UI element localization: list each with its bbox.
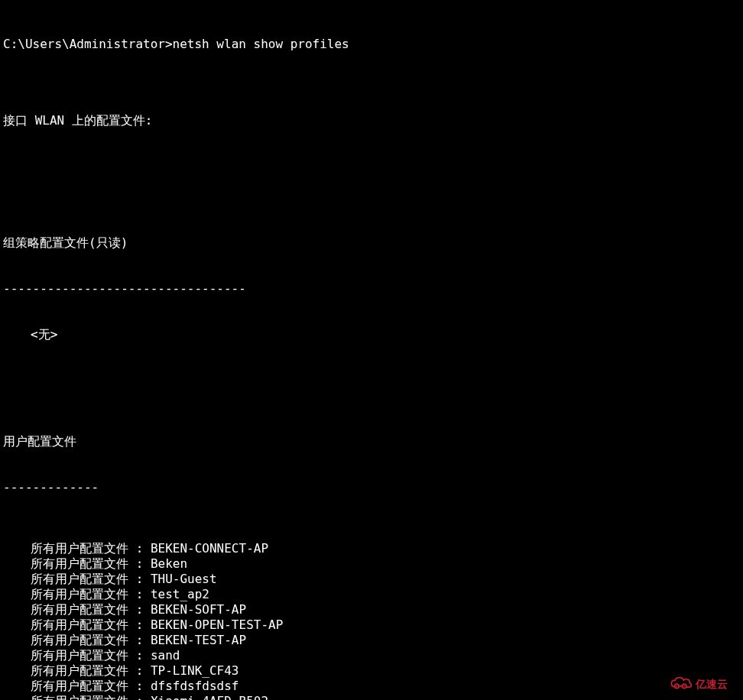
interface-header: 接口 WLAN 上的配置文件: (3, 113, 743, 128)
prompt-path: C:\Users\Administrator> (3, 37, 173, 51)
profile-label: 所有用户配置文件 : (31, 556, 151, 571)
profile-value: Beken (151, 556, 187, 571)
profile-value: TP-LINK_CF43 (151, 663, 239, 678)
blank-line (3, 373, 743, 388)
command-text: netsh wlan show profiles (173, 37, 349, 51)
profile-row: 所有用户配置文件 : THU-Guest (3, 572, 743, 587)
profile-label: 所有用户配置文件 : (31, 694, 151, 700)
svg-point-1 (683, 685, 685, 687)
profile-label: 所有用户配置文件 : (31, 633, 151, 647)
group-policy-divider: --------------------------------- (3, 281, 743, 297)
watermark-logo: 亿速云 (670, 672, 738, 695)
profile-value: THU-Guest (151, 572, 217, 586)
profile-label: 所有用户配置文件 : (31, 572, 151, 586)
profile-row: 所有用户配置文件 : sand (3, 648, 743, 663)
profile-label: 所有用户配置文件 : (31, 663, 151, 678)
profile-value: sand (151, 648, 180, 663)
terminal-output: C:\Users\Administrator>netsh wlan show p… (3, 6, 743, 700)
profile-row: 所有用户配置文件 : test_ap2 (3, 587, 743, 602)
profile-value: BEKEN-CONNECT-AP (151, 541, 268, 556)
cloud-icon (670, 674, 693, 694)
command-prompt-line: C:\Users\Administrator>netsh wlan show p… (3, 37, 743, 52)
profile-label: 所有用户配置文件 : (31, 541, 151, 556)
profile-label: 所有用户配置文件 : (31, 587, 151, 601)
profile-value: BEKEN-SOFT-AP (151, 602, 246, 617)
profile-list: 所有用户配置文件 : BEKEN-CONNECT-AP所有用户配置文件 : Be… (3, 541, 743, 700)
user-profiles-divider: ------------- (3, 480, 743, 495)
profile-row: 所有用户配置文件 : BEKEN-SOFT-AP (3, 602, 743, 617)
profile-row: 所有用户配置文件 : Xiaomi_4AFD_B502 (3, 694, 743, 700)
profile-row: 所有用户配置文件 : TP-LINK_CF43 (3, 663, 743, 679)
profile-value: BEKEN-OPEN-TEST-AP (151, 617, 283, 632)
profile-row: 所有用户配置文件 : BEKEN-CONNECT-AP (3, 541, 743, 556)
profile-value: Xiaomi_4AFD_B502 (151, 694, 268, 700)
profile-row: 所有用户配置文件 : BEKEN-TEST-AP (3, 633, 743, 648)
profile-label: 所有用户配置文件 : (31, 648, 151, 663)
profile-label: 所有用户配置文件 : (31, 617, 151, 632)
user-profiles-header: 用户配置文件 (3, 434, 743, 449)
group-policy-empty: <无> (3, 327, 743, 342)
profile-value: test_ap2 (151, 587, 209, 601)
profile-value: BEKEN-TEST-AP (151, 633, 246, 647)
profile-value: dfsfdsfdsdsf (151, 679, 239, 693)
svg-point-0 (676, 685, 677, 687)
profile-label: 所有用户配置文件 : (31, 679, 151, 693)
profile-row: 所有用户配置文件 : Beken (3, 556, 743, 572)
blank-line (3, 174, 743, 190)
profile-row: 所有用户配置文件 : BEKEN-OPEN-TEST-AP (3, 617, 743, 633)
profile-label: 所有用户配置文件 : (31, 602, 151, 617)
watermark-text: 亿速云 (696, 676, 728, 692)
group-policy-header: 组策略配置文件(只读) (3, 235, 743, 251)
profile-row: 所有用户配置文件 : dfsfdsfdsdsf (3, 679, 743, 694)
